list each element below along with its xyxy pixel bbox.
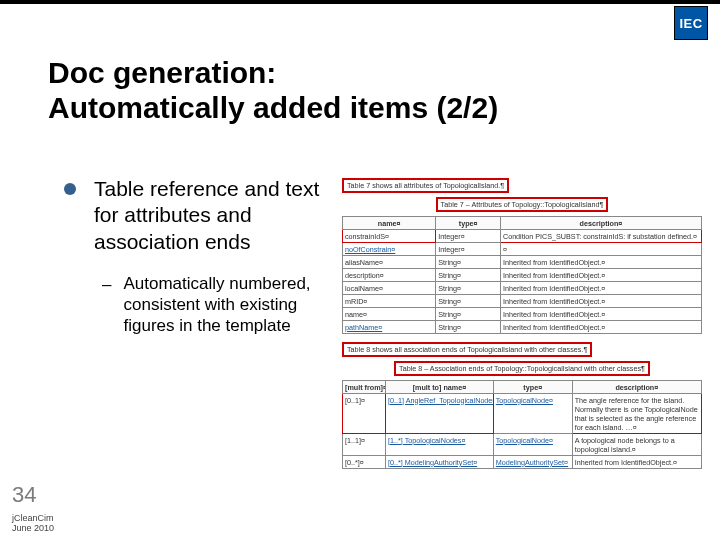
t8-h4: description¤	[572, 381, 701, 394]
table8: [mult from]¤ [mult to] name¤ type¤ descr…	[342, 380, 702, 469]
table8-ref: Table 8 shows all association ends of To…	[342, 342, 592, 357]
table7: name¤ type¤ description¤ constrainIdS¤In…	[342, 216, 702, 334]
main-bullet: Table reference and text for attributes …	[94, 176, 324, 255]
dash-icon: –	[102, 275, 111, 295]
title-line-2: Automatically added items (2/2)	[48, 91, 498, 124]
embedded-tables: Table 7 shows all attributes of Topologi…	[342, 176, 702, 475]
table-row: [1..1]¤ [1..*] TopologicalNodes¤ Topolog…	[343, 434, 702, 456]
page-number: 34	[12, 482, 36, 508]
footer-line-2: June 2010	[12, 523, 54, 533]
body-text: Table reference and text for attributes …	[64, 176, 324, 337]
table-row: localName¤String¤Inherited from Identifi…	[343, 282, 702, 295]
t8-h1: [mult from]¤	[343, 381, 386, 394]
table7-title: Table 7 – Attributes of Topology::Topolo…	[436, 197, 609, 212]
table-row: mRID¤String¤Inherited from IdentifiedObj…	[343, 295, 702, 308]
t7-h1: name¤	[343, 217, 436, 230]
t8-h3: type¤	[493, 381, 572, 394]
bullet-icon	[64, 183, 76, 195]
table-row: [0..1]¤ [0..1] AngleRef_TopologicalNode¤…	[343, 394, 702, 434]
footer: jCleanCim June 2010	[12, 514, 54, 534]
table-row: noOfConstrain¤Integer¤¤	[343, 243, 702, 256]
footer-line-1: jCleanCim	[12, 513, 54, 523]
t8-h2: [mult to] name¤	[386, 381, 494, 394]
table-row: [0..*]¤ [0..*] ModelingAuthoritySet¤ Mod…	[343, 456, 702, 469]
title-line-1: Doc generation:	[48, 56, 276, 89]
table-row: aliasName¤String¤Inherited from Identifi…	[343, 256, 702, 269]
table7-ref: Table 7 shows all attributes of Topologi…	[342, 178, 509, 193]
t7-h3: description¤	[500, 217, 701, 230]
sub-bullet: Automatically numbered, consistent with …	[123, 273, 324, 337]
table-row: pathName¤String¤Inherited from Identifie…	[343, 321, 702, 334]
table8-title: Table 8 – Association ends of Topology::…	[394, 361, 650, 376]
iec-logo: IEC	[674, 6, 708, 40]
table-row: name¤String¤Inherited from IdentifiedObj…	[343, 308, 702, 321]
slide-title: Doc generation: Automatically added item…	[48, 56, 498, 125]
table-row: description¤String¤Inherited from Identi…	[343, 269, 702, 282]
table-row: constrainIdS¤Integer¤Condition PICS_SUBS…	[343, 230, 702, 243]
t7-h2: type¤	[436, 217, 501, 230]
